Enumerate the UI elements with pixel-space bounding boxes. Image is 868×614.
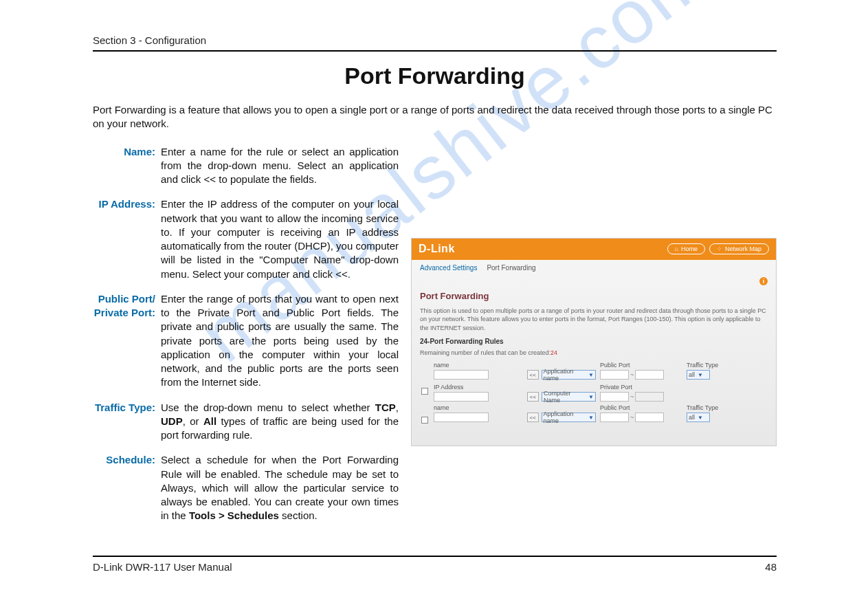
rule-row: name << Application name▼ Public Port (420, 404, 768, 424)
ip-label: IP Address (434, 384, 523, 391)
def-label-ports-l2: Private Port: (93, 306, 155, 320)
def-desc-ip: Enter the IP address of the computer on … (161, 197, 399, 281)
assign-app-button[interactable]: << (527, 413, 539, 422)
private-port-label: Private Port (600, 384, 682, 391)
page-number: 48 (765, 561, 777, 573)
traffic-type-select[interactable]: all▼ (687, 370, 710, 380)
definitions-column: Name: Enter a name for the rule or selec… (93, 145, 399, 534)
home-icon: ⌂ (675, 245, 678, 252)
chevron-down-icon: ▼ (698, 372, 703, 378)
ip-input[interactable] (434, 392, 489, 402)
remaining-pre: Remaining number of rules that can be cr… (420, 349, 550, 356)
def-desc-name: Enter a name for the rule or select an a… (161, 145, 399, 187)
sched-b1: Tools > Schedules (189, 509, 279, 521)
breadcrumb-current: Port Forwarding (487, 264, 535, 272)
appname-text: Application name (544, 368, 586, 382)
traffic-type-select[interactable]: all▼ (687, 413, 710, 422)
shot-description: This option is used to open multiple por… (420, 307, 768, 333)
port-separator: ~ (630, 371, 634, 378)
traffic-b1: TCP (375, 402, 396, 413)
remaining-rules: Remaining number of rules that can be cr… (420, 349, 768, 356)
name-input[interactable] (434, 370, 489, 380)
traffic-all-text: all (689, 414, 695, 421)
public-port-label: Public Port (600, 362, 682, 369)
network-map-label: Network Map (725, 245, 761, 252)
private-port-start[interactable] (600, 392, 629, 402)
info-icon[interactable]: i (759, 277, 768, 285)
rule-checkbox[interactable] (421, 388, 428, 395)
intro-text: Port Forwarding is a feature that allows… (93, 103, 777, 131)
computer-name-select[interactable]: Computer Name▼ (542, 392, 596, 402)
traffic-type-label: Traffic Type (687, 362, 728, 369)
assign-computer-button[interactable]: << (527, 392, 539, 402)
traffic-type-label: Traffic Type (687, 404, 728, 411)
def-label-name: Name: (93, 145, 161, 187)
def-desc-ports: Enter the range of ports that you want t… (161, 292, 399, 390)
shot-subheading: 24-Port Forwarding Rules (420, 338, 768, 345)
home-button[interactable]: ⌂ Home (667, 243, 705, 254)
public-port-label: Public Port (600, 404, 682, 411)
traffic-m2: , or (183, 415, 203, 427)
traffic-all-text: all (689, 371, 695, 378)
private-port-end[interactable] (635, 392, 664, 402)
home-label: Home (681, 245, 698, 252)
def-label-ports-l1: Public Port/ (98, 293, 155, 305)
def-label-ports: Public Port/ Private Port: (93, 292, 161, 390)
application-name-select[interactable]: Application name▼ (542, 413, 596, 422)
public-port-end[interactable] (635, 370, 664, 380)
shot-header: D-Link ⌂ Home ⁘ Network Map (412, 239, 776, 260)
section-header: Section 3 - Configuration (93, 34, 777, 52)
name-label: name (434, 362, 523, 369)
compname-text: Computer Name (544, 390, 586, 404)
network-map-button[interactable]: ⁘ Network Map (709, 243, 769, 254)
def-label-traffic: Traffic Type: (93, 401, 161, 443)
chevron-down-icon: ▼ (588, 394, 594, 400)
chevron-down-icon: ▼ (698, 415, 703, 421)
chevron-down-icon: ▼ (588, 415, 594, 421)
network-map-icon: ⁘ (717, 245, 722, 252)
application-name-select[interactable]: Application name▼ (542, 370, 596, 380)
breadcrumb-advanced[interactable]: Advanced Settings (420, 264, 477, 272)
footer-left: D-Link DWR-117 User Manual (93, 561, 232, 573)
public-port-start[interactable] (600, 370, 629, 380)
traffic-b3: All (203, 415, 216, 427)
traffic-b2: UDP (161, 415, 183, 427)
public-port-start[interactable] (600, 413, 629, 422)
name-input[interactable] (434, 413, 489, 422)
rule-checkbox[interactable] (421, 417, 428, 424)
def-label-schedule: Schedule: (93, 453, 161, 523)
public-port-end[interactable] (635, 413, 664, 422)
breadcrumb: Advanced Settings Port Forwarding (420, 260, 768, 276)
shot-heading: Port Forwarding (420, 291, 768, 301)
port-separator: ~ (630, 414, 634, 421)
assign-app-button[interactable]: << (527, 370, 539, 380)
chevron-down-icon: ▼ (588, 372, 594, 378)
def-label-ip: IP Address: (93, 197, 161, 281)
sched-post: section. (279, 509, 318, 521)
page-title: Port Forwarding (93, 63, 777, 89)
remaining-num: 24 (550, 349, 557, 356)
traffic-pre: Use the drop-down menu to select whether (161, 402, 375, 413)
appname-text: Application name (544, 410, 586, 424)
dlink-logo: D-Link (419, 243, 455, 255)
port-separator: ~ (630, 393, 634, 400)
router-screenshot: D-Link ⌂ Home ⁘ Network Map A (411, 238, 777, 446)
name-label: name (434, 404, 523, 411)
rule-row: name IP Address << Application name▼ (420, 362, 768, 402)
def-desc-traffic: Use the drop-down menu to select whether… (161, 401, 399, 443)
def-desc-schedule: Select a schedule for when the Port Forw… (161, 453, 399, 523)
traffic-m1: , (396, 402, 399, 413)
